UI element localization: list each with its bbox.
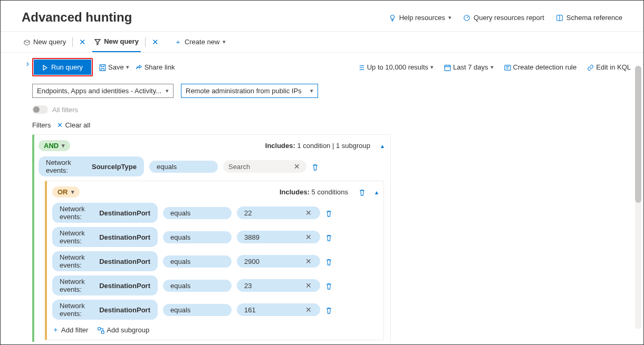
subgroup-rows: Network events: DestinationPortequals22✕… bbox=[52, 203, 378, 320]
selectors: Endpoints, Apps and identities - Activit… bbox=[32, 84, 631, 98]
chevron-down-icon: ▾ bbox=[126, 64, 129, 71]
query-report-link[interactable]: Query resources report bbox=[463, 13, 544, 22]
run-button-highlight: Run query bbox=[32, 58, 93, 76]
clear-value-icon[interactable]: ✕ bbox=[304, 233, 313, 241]
subgroup-add-row: ＋ Add filter Add subgroup bbox=[52, 325, 378, 334]
field-pill[interactable]: Network events: DestinationPort bbox=[52, 203, 158, 223]
create-detection-rule[interactable]: Create detection rule bbox=[504, 63, 577, 71]
operator-pill[interactable]: equals bbox=[163, 304, 232, 316]
operator-or-pill[interactable]: OR ▾ bbox=[52, 186, 80, 198]
time-label: Last 7 days bbox=[453, 63, 488, 71]
scope-select[interactable]: Endpoints, Apps and identities - Activit… bbox=[32, 84, 174, 98]
clear-value-icon[interactable]: ✕ bbox=[293, 162, 301, 171]
includes-text: 1 condition | 1 subgroup bbox=[297, 142, 370, 150]
results-limit[interactable]: Up to 10,000 results ▾ bbox=[358, 63, 434, 71]
share-link-button[interactable]: Share link bbox=[136, 63, 175, 71]
value-pill[interactable]: 23✕ bbox=[237, 279, 320, 292]
condition-row: Network events: DestinationPortequals22✕ bbox=[52, 203, 378, 223]
delete-subgroup-icon[interactable] bbox=[359, 188, 366, 196]
detection-icon bbox=[504, 63, 511, 71]
query-subgroup-or: OR ▾ Includes: 5 conditions ▴ Network ev… bbox=[45, 181, 384, 340]
delete-condition-icon[interactable] bbox=[312, 162, 319, 171]
value-text: 22 bbox=[244, 209, 252, 217]
template-select[interactable]: Remote administration from public IPs ▾ bbox=[181, 84, 318, 98]
clear-value-icon[interactable]: ✕ bbox=[304, 281, 313, 290]
page-title: Advanced hunting bbox=[22, 10, 132, 25]
value-pill[interactable]: 22✕ bbox=[237, 206, 320, 219]
add-subgroup-button[interactable]: Add subgroup bbox=[98, 325, 149, 334]
all-filters-label: All filters bbox=[52, 106, 78, 114]
time-range[interactable]: Last 7 days ▾ bbox=[444, 63, 494, 71]
header-actions: Help resources ▾ Query resources report … bbox=[389, 13, 622, 22]
query-group-and: AND ▾ Includes: 1 condition | 1 subgroup… bbox=[32, 134, 391, 342]
group-header: AND ▾ Includes: 1 condition | 1 subgroup… bbox=[39, 140, 384, 151]
chevron-down-icon: ▾ bbox=[62, 142, 65, 149]
includes-summary: Includes: 5 conditions bbox=[280, 188, 348, 196]
field-pill[interactable]: Network events: SourceIpType bbox=[39, 156, 144, 176]
edit-kql[interactable]: Edit in KQL bbox=[587, 63, 631, 71]
op-value: equals bbox=[170, 258, 190, 265]
tabs-bar: New query ✕ New query ✕ ＋ Create new ▾ bbox=[1, 32, 643, 53]
tab-icon bbox=[24, 38, 30, 46]
svg-rect-3 bbox=[445, 65, 450, 71]
chevron-right-icon[interactable]: › bbox=[26, 59, 29, 342]
value-pill[interactable]: 2900✕ bbox=[237, 255, 320, 268]
field-pill[interactable]: Network events: DestinationPort bbox=[52, 300, 158, 320]
field-pill[interactable]: Network events: DestinationPort bbox=[52, 251, 158, 271]
clear-value-icon[interactable]: ✕ bbox=[304, 305, 313, 314]
schema-ref-link[interactable]: Schema reference bbox=[556, 13, 622, 22]
clear-value-icon[interactable]: ✕ bbox=[304, 209, 313, 217]
operator-pill[interactable]: equals bbox=[149, 161, 218, 173]
value-text: 23 bbox=[244, 282, 252, 290]
close-tab-2[interactable]: ✕ bbox=[150, 37, 161, 47]
scope-value: Endpoints, Apps and identities - Activit… bbox=[37, 87, 161, 95]
content: Run query Save ▾ Share link Up to 10,000… bbox=[32, 53, 643, 342]
filters-row: Filters ✕ Clear all bbox=[32, 121, 631, 129]
field-name: SourceIpType bbox=[92, 163, 137, 171]
chevron-up-icon[interactable]: ▴ bbox=[381, 142, 384, 150]
delete-condition-icon[interactable] bbox=[325, 233, 332, 241]
all-filters-row: All filters bbox=[32, 105, 631, 114]
run-query-button[interactable]: Run query bbox=[34, 60, 91, 75]
svg-rect-4 bbox=[504, 65, 510, 70]
help-resources-link[interactable]: Help resources ▾ bbox=[389, 13, 451, 22]
operator-and-pill[interactable]: AND ▾ bbox=[39, 140, 70, 151]
delete-condition-icon[interactable] bbox=[325, 209, 332, 217]
field-pill[interactable]: Network events: DestinationPort bbox=[52, 227, 158, 247]
plus-icon: ＋ bbox=[52, 325, 59, 334]
clear-all-button[interactable]: ✕ Clear all bbox=[57, 121, 90, 129]
save-button[interactable]: Save ▾ bbox=[99, 63, 129, 71]
value-pill[interactable]: 161✕ bbox=[237, 303, 320, 316]
lightbulb-icon bbox=[389, 13, 396, 22]
operator-pill[interactable]: equals bbox=[163, 255, 232, 268]
value-input[interactable]: Search ✕ bbox=[223, 160, 306, 173]
operator-pill[interactable]: equals bbox=[163, 231, 232, 243]
all-filters-toggle[interactable] bbox=[32, 105, 48, 114]
scrollbar-track[interactable] bbox=[635, 66, 641, 329]
chevron-up-icon[interactable]: ▴ bbox=[375, 189, 378, 196]
template-value: Remote administration from public IPs bbox=[186, 87, 302, 95]
filters-label: Filters bbox=[32, 121, 51, 129]
clear-value-icon[interactable]: ✕ bbox=[304, 257, 313, 265]
operator-pill[interactable]: equals bbox=[163, 207, 232, 219]
add-filter-button[interactable]: ＋ Add filter bbox=[52, 325, 88, 334]
tab-new-query-1[interactable]: New query bbox=[22, 32, 68, 52]
tab-new-query-2[interactable]: New query bbox=[92, 32, 141, 52]
create-new-tab[interactable]: ＋ Create new ▾ bbox=[172, 32, 228, 52]
svg-rect-5 bbox=[98, 327, 101, 330]
value-pill[interactable]: 3889✕ bbox=[237, 231, 320, 243]
tab-separator bbox=[72, 37, 73, 47]
results-label: Up to 10,000 results bbox=[367, 63, 428, 71]
scrollbar-thumb[interactable] bbox=[635, 66, 641, 203]
condition-row: Network events: DestinationPortequals388… bbox=[52, 227, 378, 247]
delete-condition-icon[interactable] bbox=[325, 305, 332, 314]
operator-pill[interactable]: equals bbox=[163, 280, 232, 292]
save-icon bbox=[99, 63, 106, 71]
includes-label: Includes: bbox=[280, 188, 310, 196]
create-label: Create new bbox=[185, 38, 219, 46]
field-pill[interactable]: Network events: DestinationPort bbox=[52, 275, 158, 295]
tab-separator bbox=[145, 37, 146, 47]
delete-condition-icon[interactable] bbox=[325, 281, 332, 290]
close-tab-1[interactable]: ✕ bbox=[77, 37, 88, 47]
delete-condition-icon[interactable] bbox=[325, 257, 332, 265]
